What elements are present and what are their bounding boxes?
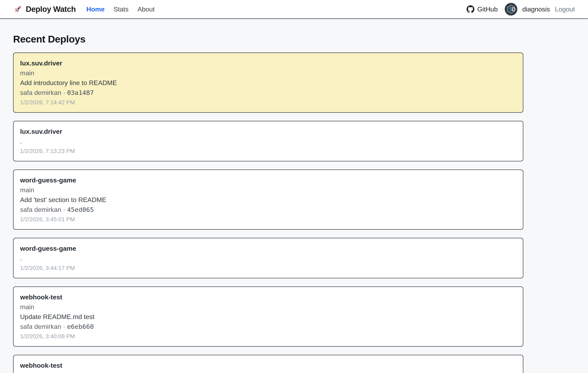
author-name: safa demirkan <box>20 89 61 96</box>
brand-link[interactable]: Deploy Watch <box>13 4 76 14</box>
rocket-icon <box>13 4 22 14</box>
deploy-timestamp: 1/2/2026, 7:14:42 PM <box>20 98 516 107</box>
deploy-timestamp: 1/2/2026, 3:44:17 PM <box>20 264 516 272</box>
deploy-timestamp: 1/2/2026, 7:13:23 PM <box>20 147 516 156</box>
commit-message: Update README.md test <box>20 312 516 322</box>
commit-hash: 45ed065 <box>67 206 94 213</box>
author-hash-separator: · <box>61 89 67 96</box>
commit-message: Add introductory line to README <box>20 78 516 88</box>
author-hash-separator: · <box>61 323 67 330</box>
repo-name: lux.suv.driver <box>20 58 516 68</box>
commit-author-line: safa demirkan · 45ed065 <box>20 205 516 214</box>
nav-link-stats[interactable]: Stats <box>114 6 129 13</box>
branch-name: main <box>20 370 516 373</box>
author-name: safa demirkan <box>20 323 61 330</box>
main-content: Recent Deploys lux.suv.driver main Add i… <box>0 19 588 373</box>
svg-text:D: D <box>512 6 515 12</box>
logout-link[interactable]: Logout <box>555 6 575 13</box>
deploy-list: lux.suv.driver main Add introductory lin… <box>13 52 523 373</box>
commit-author-line: safa demirkan · 03a1487 <box>20 88 516 98</box>
deploy-card: webhook-test main Update README.md test … <box>13 286 523 347</box>
branch-name: main <box>20 185 516 195</box>
brand-title: Deploy Watch <box>26 5 76 14</box>
commit-hash: 03a1487 <box>67 89 94 96</box>
nav-link-home[interactable]: Home <box>86 6 105 13</box>
deploy-timestamp: 1/2/2026, 3:45:01 PM <box>20 215 516 224</box>
commit-message: . <box>20 136 516 146</box>
page-title: Recent Deploys <box>13 33 575 45</box>
avatar[interactable]: S D <box>505 3 517 16</box>
repo-name: lux.suv.driver <box>20 127 516 136</box>
repo-name: word-guess-game <box>20 243 516 253</box>
username: diagnosis <box>522 6 550 13</box>
deploy-timestamp: 1/2/2026, 3:40:08 PM <box>20 332 516 341</box>
commit-message: . <box>20 253 516 263</box>
author-name: safa demirkan <box>20 206 61 213</box>
github-icon <box>467 5 474 13</box>
navbar: Deploy Watch Home Stats About GitHub S D <box>0 0 588 19</box>
commit-message: Add 'test' section to README <box>20 195 516 205</box>
branch-name: main <box>20 68 516 78</box>
navbar-right: GitHub S D diagnosis Logout <box>467 3 575 16</box>
deploy-card: word-guess-game . 1/2/2026, 3:44:17 PM <box>13 238 523 278</box>
deploy-card: lux.suv.driver . 1/2/2026, 7:13:23 PM <box>13 121 523 161</box>
author-hash-separator: · <box>61 206 67 213</box>
github-link[interactable]: GitHub <box>467 5 498 13</box>
github-label: GitHub <box>477 6 498 13</box>
deploy-card: lux.suv.driver main Add introductory lin… <box>13 52 523 113</box>
commit-author-line: safa demirkan · e6eb660 <box>20 322 516 332</box>
deploy-card: word-guess-game main Add 'test' section … <box>13 170 523 230</box>
nav-links: Home Stats About <box>86 6 155 13</box>
repo-name: webhook-test <box>20 292 516 302</box>
repo-name: webhook-test <box>20 361 516 370</box>
branch-name: main <box>20 302 516 312</box>
nav-link-about[interactable]: About <box>137 6 155 13</box>
commit-hash: e6eb660 <box>67 323 94 330</box>
repo-name: word-guess-game <box>20 175 516 185</box>
deploy-card: webhook-test main <box>13 355 523 373</box>
